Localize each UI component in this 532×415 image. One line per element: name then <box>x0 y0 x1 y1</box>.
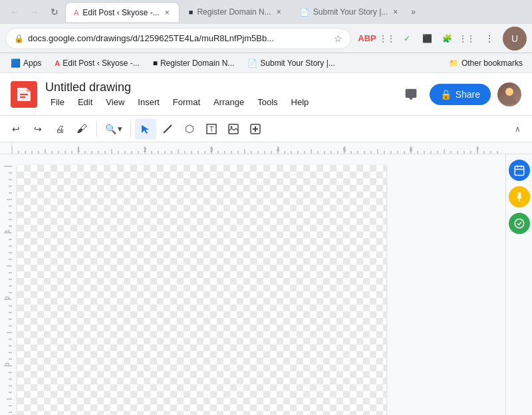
bookmark-apps-icon: 🟦 <box>11 59 21 68</box>
right-sidebar <box>505 154 532 415</box>
forward-button[interactable]: → <box>25 3 44 21</box>
horizontal-ruler-canvas <box>12 142 504 154</box>
menu-format[interactable]: Format <box>168 96 205 108</box>
share-button[interactable]: 🔒 Share <box>430 84 491 105</box>
menu-insert[interactable]: Insert <box>132 96 165 108</box>
bookmark-edit-post-icon: A <box>55 59 60 67</box>
reload-button[interactable]: ↻ <box>45 3 64 21</box>
bookmark-edit-post[interactable]: A Edit Post ‹ Skyose -... <box>49 56 144 70</box>
tab-icon-register: ■ <box>189 8 194 16</box>
redo-button[interactable]: ↪ <box>27 118 49 140</box>
ruler-corner <box>0 142 11 154</box>
comment-button[interactable] <box>399 82 423 106</box>
calendar-icon <box>513 164 525 176</box>
other-bookmarks-label: Other bookmarks <box>462 59 523 68</box>
svg-text:T: T <box>209 126 213 133</box>
select-tool[interactable] <box>135 118 156 140</box>
avatar-image <box>500 85 519 104</box>
text-tool[interactable]: T <box>201 118 222 140</box>
bookmark-register[interactable]: ■ Register Domain N... <box>148 56 240 70</box>
menu-view[interactable]: View <box>100 96 130 108</box>
history-tools: ↩ ↪ 🖨 🖌 <box>5 118 92 140</box>
doc-title[interactable]: Untitled drawing <box>45 80 391 94</box>
menu-help[interactable]: Help <box>286 96 315 108</box>
line-icon <box>162 124 173 134</box>
drawing-area[interactable] <box>12 154 505 415</box>
tab-label-register: Register Domain N... <box>197 7 271 17</box>
menu-tools[interactable]: Tools <box>252 96 283 108</box>
calendar-sidebar-button[interactable] <box>509 160 530 181</box>
plus-icon <box>250 124 261 134</box>
select-icon <box>140 124 151 134</box>
svg-point-7 <box>231 126 233 128</box>
paint-format-button[interactable]: 🖌 <box>71 118 92 140</box>
right-workspace <box>12 142 532 415</box>
tab-register[interactable]: ■ Register Domain N... × <box>181 2 291 22</box>
svg-point-16 <box>515 219 524 228</box>
extension-buttons: ABP ⋮⋮ ✓ ⬛ 🧩 ⋮⋮ <box>358 29 476 48</box>
undo-button[interactable]: ↩ <box>5 118 27 140</box>
more-tools-button[interactable] <box>245 118 266 140</box>
vertical-ruler <box>0 142 12 415</box>
other-bookmarks[interactable]: 📁 Other bookmarks <box>445 57 527 69</box>
browser-nav: 🔒 docs.google.com/drawings/d/1259625TE4L… <box>0 24 532 53</box>
tasks-sidebar-button[interactable] <box>509 213 530 234</box>
drawing-canvas[interactable] <box>17 165 386 415</box>
bookmark-submit[interactable]: 📄 Submit Your Story |... <box>242 56 340 70</box>
folder-icon: 📁 <box>449 59 459 68</box>
drawings-logo-svg <box>15 85 33 104</box>
zoom-value: ▾ <box>118 124 122 134</box>
bookmark-star-icon[interactable]: ☆ <box>334 33 342 44</box>
extension-2[interactable]: ⋮⋮ <box>378 29 396 48</box>
address-bar[interactable]: 🔒 docs.google.com/drawings/d/1259625TE4L… <box>5 28 351 49</box>
tasks-icon <box>513 217 525 229</box>
vertical-ruler-canvas <box>0 154 12 415</box>
image-tool[interactable] <box>223 118 244 140</box>
zoom-button[interactable]: 🔍 ▾ <box>101 118 126 140</box>
url-text: docs.google.com/drawings/d/1259625TE4La/… <box>28 33 330 43</box>
svg-point-2 <box>503 97 516 104</box>
tab-icon-apps: A <box>74 9 78 17</box>
chrome-menu-button[interactable]: ⋮ <box>480 29 499 48</box>
text-box-icon: T <box>206 124 217 134</box>
tab-submit[interactable]: 📄 Submit Your Story |... × <box>292 2 408 22</box>
menu-arrange[interactable]: Arrange <box>208 96 249 108</box>
bookmark-submit-label: Submit Your Story |... <box>260 59 335 68</box>
share-label: Share <box>456 89 480 100</box>
tab-edit-post[interactable]: A Edit Post ‹ Skyose -... × <box>65 2 180 22</box>
app-header: Untitled drawing File Edit View Insert F… <box>0 73 532 116</box>
extension-grid[interactable]: ⋮⋮ <box>458 29 476 48</box>
adblock-extension[interactable]: ABP <box>358 29 376 48</box>
menu-edit[interactable]: Edit <box>72 96 98 108</box>
canvas-and-sidebar <box>12 154 532 415</box>
separator-1 <box>96 121 97 137</box>
extension-3[interactable]: ✓ <box>398 29 416 48</box>
more-tabs-button[interactable]: » <box>411 7 416 17</box>
doc-menu: File Edit View Insert Format Arrange Too… <box>45 96 391 108</box>
zoom-icon: 🔍 <box>105 124 116 134</box>
back-button[interactable]: ← <box>5 3 24 21</box>
horizontal-ruler <box>12 142 532 154</box>
bookmark-apps[interactable]: 🟦 Apps <box>5 56 47 70</box>
tab-close-submit[interactable]: × <box>392 6 399 18</box>
user-avatar[interactable] <box>497 82 521 106</box>
tab-close-edit-post[interactable]: × <box>164 7 171 19</box>
bookmark-edit-post-label: Edit Post ‹ Skyose -... <box>63 59 139 68</box>
line-tool[interactable] <box>157 118 178 140</box>
tab-close-register[interactable]: × <box>275 6 283 18</box>
extension-4[interactable]: ⬛ <box>418 29 436 48</box>
chrome-profile-avatar[interactable]: U <box>503 27 527 51</box>
app-container: Untitled drawing File Edit View Insert F… <box>0 73 532 415</box>
tab-bar: ← → ↻ A Edit Post ‹ Skyose -... × ■ Regi… <box>0 0 532 24</box>
extension-puzzle[interactable]: 🧩 <box>438 29 456 48</box>
bookmarks-bar: 🟦 Apps A Edit Post ‹ Skyose -... ■ Regis… <box>0 53 532 73</box>
menu-file[interactable]: File <box>45 96 70 108</box>
keep-sidebar-button[interactable] <box>509 186 530 208</box>
print-button[interactable]: 🖨 <box>49 118 70 140</box>
bookmark-apps-label: Apps <box>23 59 41 68</box>
zoom-controls: 🔍 ▾ <box>101 118 126 140</box>
keep-icon <box>513 191 525 203</box>
drawing-tools: ⬡ T <box>135 118 266 140</box>
shapes-tool[interactable]: ⬡ <box>179 118 200 140</box>
toolbar-collapse-button[interactable]: ∧ <box>508 120 527 138</box>
